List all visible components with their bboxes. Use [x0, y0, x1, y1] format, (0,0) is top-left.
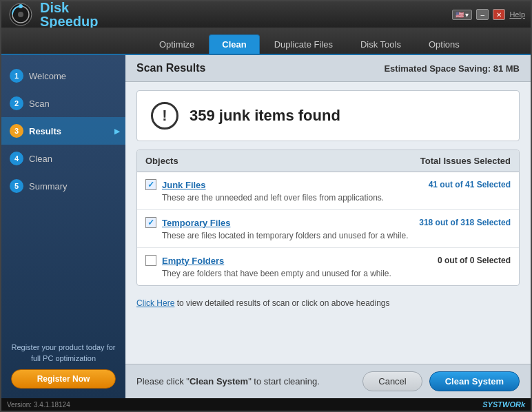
- bottom-msg-pre: Please click ": [136, 376, 190, 387]
- tab-clean[interactable]: Clean: [209, 34, 259, 54]
- empty-folders-link[interactable]: Empty Folders: [162, 256, 224, 266]
- table-row: Empty Folders 0 out of 0 Selected They a…: [137, 248, 519, 285]
- bottom-msg-post: " to start cleaning.: [248, 376, 320, 387]
- junk-files-link[interactable]: Junk Files: [162, 180, 206, 190]
- cancel-button[interactable]: Cancel: [362, 371, 422, 391]
- sidebar: 1 Welcome 2 Scan 3 Results 4 Clean 5 Sum…: [1, 55, 125, 398]
- sidebar-item-welcome[interactable]: 1 Welcome: [1, 62, 125, 90]
- estimated-space: Estimated Space Saving: 81 MB: [384, 63, 520, 74]
- step-num-4: 4: [10, 152, 23, 165]
- language-button[interactable]: 🇺🇸 ▾: [452, 10, 473, 20]
- nav-bar: Optimize Clean Duplicate Files Disk Tool…: [1, 28, 531, 55]
- content-panel: Scan Results Estimated Space Saving: 81 …: [125, 55, 531, 398]
- junk-banner: ! 359 junk items found: [136, 90, 520, 141]
- click-here-link[interactable]: Click Here: [136, 298, 174, 308]
- app-window: Disk Speedup 🇺🇸 ▾ – ✕ Help Optimize Clea…: [0, 0, 532, 412]
- junk-count: 359 junk items found: [190, 107, 340, 125]
- sidebar-label-results: Results: [29, 126, 61, 136]
- sidebar-item-results[interactable]: 3 Results: [1, 117, 125, 145]
- sidebar-label-clean: Clean: [29, 154, 52, 164]
- close-button[interactable]: ✕: [493, 9, 505, 20]
- row-top: Empty Folders 0 out of 0 Selected: [145, 255, 511, 266]
- temp-files-checkbox[interactable]: [145, 217, 156, 228]
- step-num-5: 5: [10, 179, 23, 193]
- content-body: ! 359 junk items found Objects Total Iss…: [125, 82, 531, 364]
- bottom-msg-bold: Clean System: [190, 376, 248, 387]
- bottom-buttons: Cancel Clean System: [362, 371, 520, 391]
- tab-optimize[interactable]: Optimize: [146, 34, 207, 54]
- app-logo: [7, 2, 34, 27]
- step-num-3: 3: [10, 124, 23, 138]
- bottom-message: Please click "Clean System" to start cle…: [136, 376, 320, 387]
- click-here-text: to view detailed results of scan or clic…: [177, 298, 390, 308]
- svg-point-2: [18, 12, 23, 17]
- step-num-1: 1: [10, 69, 23, 83]
- minimize-button[interactable]: –: [476, 9, 489, 20]
- tab-disk-tools[interactable]: Disk Tools: [347, 34, 414, 54]
- register-button[interactable]: Register Now: [11, 369, 116, 389]
- brand-logo: SYSTWORk: [482, 400, 525, 409]
- content-header: Scan Results Estimated Space Saving: 81 …: [125, 55, 531, 82]
- empty-folders-checkbox[interactable]: [145, 255, 156, 266]
- row-left: Junk Files: [145, 179, 206, 190]
- sidebar-item-scan[interactable]: 2 Scan: [1, 90, 125, 117]
- estimated-space-value: 81 MB: [493, 63, 520, 74]
- estimated-space-label: Estimated Space Saving:: [384, 63, 491, 74]
- temp-files-count: 318 out of 318 Selected: [419, 218, 511, 227]
- junk-files-checkbox[interactable]: [145, 179, 156, 190]
- step-num-2: 2: [10, 96, 23, 110]
- sidebar-label-summary: Summary: [29, 181, 68, 192]
- sidebar-item-summary[interactable]: 5 Summary: [1, 172, 125, 200]
- sidebar-bottom: Register your product today for full PC …: [1, 333, 125, 398]
- empty-folders-desc: They are folders that have been empty an…: [162, 269, 511, 278]
- title-bar: Disk Speedup 🇺🇸 ▾ – ✕ Help: [1, 1, 531, 28]
- title-bar-left: Disk Speedup: [7, 1, 98, 28]
- table-header: Objects Total Issues Selected: [137, 150, 519, 172]
- col-issues-header: Total Issues Selected: [420, 156, 511, 166]
- table-row: Junk Files 41 out of 41 Selected These a…: [137, 172, 519, 210]
- version-bar: Version: 3.4.1.18124 SYSTWORk: [1, 398, 531, 411]
- sidebar-label-scan: Scan: [29, 99, 50, 109]
- page-title: Scan Results: [136, 62, 205, 74]
- table-row: Temporary Files 318 out of 318 Selected …: [137, 210, 519, 248]
- row-top: Temporary Files 318 out of 318 Selected: [145, 217, 511, 228]
- junk-files-count: 41 out of 41 Selected: [429, 180, 511, 189]
- warning-icon: !: [151, 102, 178, 130]
- register-text: Register your product today for full PC …: [11, 342, 116, 364]
- version-label: Version: 3.4.1.18124: [7, 401, 70, 409]
- empty-folders-count: 0 out of 0 Selected: [438, 256, 511, 265]
- clean-system-button[interactable]: Clean System: [429, 371, 520, 391]
- help-link[interactable]: Help: [509, 10, 525, 20]
- tab-options[interactable]: Options: [416, 34, 473, 54]
- sidebar-label-welcome: Welcome: [29, 71, 66, 81]
- row-left: Temporary Files: [145, 217, 230, 228]
- title-bar-right: 🇺🇸 ▾ – ✕ Help: [452, 9, 525, 20]
- temp-files-link[interactable]: Temporary Files: [162, 218, 230, 228]
- temp-files-desc: These are files located in temporary fol…: [162, 231, 511, 240]
- tab-duplicate-files[interactable]: Duplicate Files: [261, 34, 346, 54]
- row-top: Junk Files 41 out of 41 Selected: [145, 179, 511, 190]
- sidebar-item-clean[interactable]: 4 Clean: [1, 145, 125, 172]
- app-name: Disk Speedup: [40, 1, 98, 28]
- main-area: 1 Welcome 2 Scan 3 Results 4 Clean 5 Sum…: [1, 55, 531, 398]
- click-here-area: Click Here to view detailed results of s…: [136, 294, 520, 312]
- row-left: Empty Folders: [145, 255, 224, 266]
- col-objects-header: Objects: [145, 156, 178, 166]
- bottom-bar: Please click "Clean System" to start cle…: [125, 364, 531, 398]
- junk-files-desc: These are the unneeded and left over fil…: [162, 193, 511, 203]
- results-table: Objects Total Issues Selected Junk Files…: [136, 150, 520, 286]
